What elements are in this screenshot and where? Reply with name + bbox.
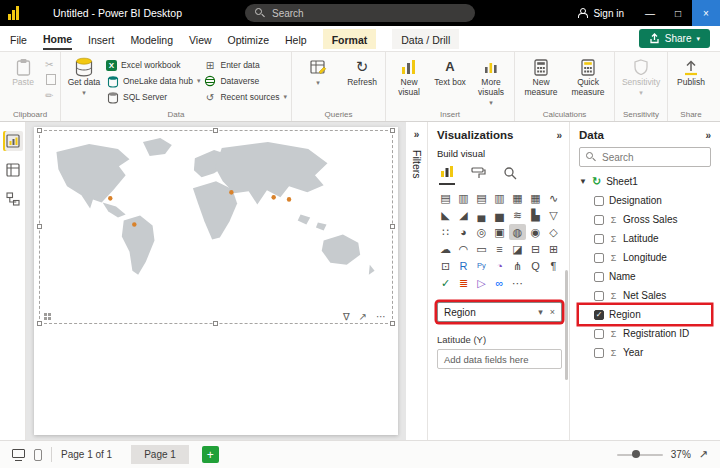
pie-chart-icon[interactable]: ◕ [455,224,472,240]
enter-data-button[interactable]: ⊞ Enter data [203,59,287,71]
dataverse-button[interactable]: Dataverse [203,75,287,87]
key-influencers-icon[interactable]: ◔ [491,258,508,274]
scrollbar[interactable] [565,270,568,380]
chevron-down-icon[interactable]: ▾ [538,307,543,317]
card-icon[interactable]: ▭ [473,241,490,257]
gauge-icon[interactable]: ◠ [455,241,472,257]
matrix-icon[interactable]: ⊡ [437,258,454,274]
treemap-icon[interactable]: ▣ [491,224,508,240]
shape-map-icon[interactable]: ◇ [545,224,562,240]
format-painter-icon[interactable]: ✏ [45,90,56,101]
map-visual[interactable]: ∇ ↗ ⋯ [39,130,393,324]
tab-help[interactable]: Help [285,29,307,49]
text-box-button[interactable]: A Text box [431,55,469,88]
field-row-latitude[interactable]: ΣLatitude [579,229,711,248]
funnel-chart-icon[interactable]: ▽ [545,207,562,223]
clustered-bar-chart-icon[interactable]: ▤ [473,190,490,206]
table-view-button[interactable] [3,160,23,180]
line-and-stacked-column-chart-icon[interactable]: ▄ [473,207,490,223]
field-checkbox[interactable] [594,253,604,263]
field-row-designation[interactable]: Designation [579,191,711,210]
power-apps-icon[interactable]: ▷ [473,275,490,291]
clustered-column-chart-icon[interactable]: ▥ [491,190,508,206]
visual-more-options-icon[interactable]: ⋯ [376,311,386,322]
new-visual-button[interactable]: New visual [390,55,428,98]
build-visual-tab[interactable] [439,164,455,185]
refresh-button[interactable]: ↻ Refresh [343,55,381,88]
filled-map-icon[interactable]: ◉ [527,224,544,240]
donut-chart-icon[interactable]: ◎ [473,224,490,240]
ribbon-chart-icon[interactable]: ≋ [509,207,526,223]
tab-home[interactable]: Home [43,28,72,50]
field-row-name[interactable]: Name [579,267,711,286]
transform-data-button[interactable]: ▾ [296,55,340,87]
field-row-longitude[interactable]: ΣLongitude [579,248,711,267]
desktop-layout-icon[interactable] [12,449,25,458]
resize-handle[interactable] [37,321,42,326]
more-visuals-ellipsis-icon[interactable]: ⋯ [509,275,526,291]
tab-format[interactable]: Format [323,29,377,49]
publish-button[interactable]: Publish [672,55,710,88]
r-script-visual-icon[interactable]: R [455,258,472,274]
new-measure-button[interactable]: New measure [519,55,563,98]
mobile-layout-icon[interactable] [34,449,42,461]
zoom-knob[interactable] [632,450,640,458]
map-icon[interactable]: ◍ [509,224,526,240]
100-stacked-bar-chart-icon[interactable]: ▦ [509,190,526,206]
decomposition-tree-icon[interactable]: ⋔ [509,258,526,274]
field-checkbox[interactable] [594,215,604,225]
fit-to-page-icon[interactable]: ↗ [699,448,708,461]
scatter-chart-icon[interactable]: ∷ [437,224,454,240]
field-checkbox[interactable] [594,234,604,244]
zoom-slider[interactable] [617,454,663,456]
onelake-data-hub-button[interactable]: OneLake data hub ▾ [106,75,200,87]
field-checkbox[interactable] [594,348,604,358]
resize-handle[interactable] [37,224,42,229]
share-button[interactable]: Share ▾ [639,29,710,48]
resize-handle[interactable] [390,128,395,133]
global-search-input[interactable] [272,8,465,19]
stacked-area-chart-icon[interactable]: ◢ [455,207,472,223]
resize-handle[interactable] [390,321,395,326]
line-and-clustered-column-chart-icon[interactable]: ▅ [491,207,508,223]
multi-row-card-icon[interactable]: ≡ [491,241,508,257]
model-view-button[interactable] [3,189,23,209]
cut-icon[interactable]: ✂ [45,59,56,70]
field-row-region[interactable]: Region [579,305,711,324]
smart-narrative-icon[interactable]: ¶ [545,258,562,274]
area-chart-icon[interactable]: ◣ [437,207,454,223]
close-button[interactable]: × [692,0,720,26]
format-visual-tab[interactable] [470,165,487,185]
resize-handle[interactable] [213,321,218,326]
copy-icon[interactable] [48,76,56,85]
field-row-registration-id[interactable]: ΣRegistration ID [579,324,711,343]
field-row-year[interactable]: ΣYear [579,343,711,362]
page-tab[interactable]: Page 1 [131,445,189,464]
sign-in-button[interactable]: Sign in [566,8,636,19]
azure-map-icon[interactable]: ☁ [437,241,454,257]
more-visuals-button[interactable]: More visuals ▾ [472,55,510,107]
remove-field-icon[interactable]: × [550,307,555,317]
quick-measure-button[interactable]: Quick measure [566,55,610,98]
report-view-button[interactable] [3,131,23,151]
tab-insert[interactable]: Insert [88,29,114,49]
field-row-net-sales[interactable]: ΣNet Sales [579,286,711,305]
data-search[interactable] [579,147,711,167]
report-canvas[interactable]: ∇ ↗ ⋯ [26,122,406,440]
python-visual-icon[interactable]: Py [473,258,490,274]
tab-data-drill[interactable]: Data / Drill [392,29,459,49]
filters-pane-collapsed[interactable]: » Filters [406,122,428,440]
line-chart-icon[interactable]: ∿ [545,190,562,206]
get-data-button[interactable]: Get data ▾ [65,55,103,97]
tab-optimize[interactable]: Optimize [228,29,269,49]
power-automate-icon[interactable]: ∞ [491,275,508,291]
table-node-sheet1[interactable]: ▼ ↻ Sheet1 [579,176,711,187]
resize-handle[interactable] [213,128,218,133]
data-search-input[interactable] [602,152,704,163]
global-search[interactable] [245,4,475,22]
field-checkbox[interactable] [594,329,604,339]
stacked-bar-chart-icon[interactable]: ▤ [437,190,454,206]
analytics-tab[interactable] [502,165,518,185]
visual-filter-icon[interactable]: ∇ [343,311,350,322]
resize-handle[interactable] [37,128,42,133]
